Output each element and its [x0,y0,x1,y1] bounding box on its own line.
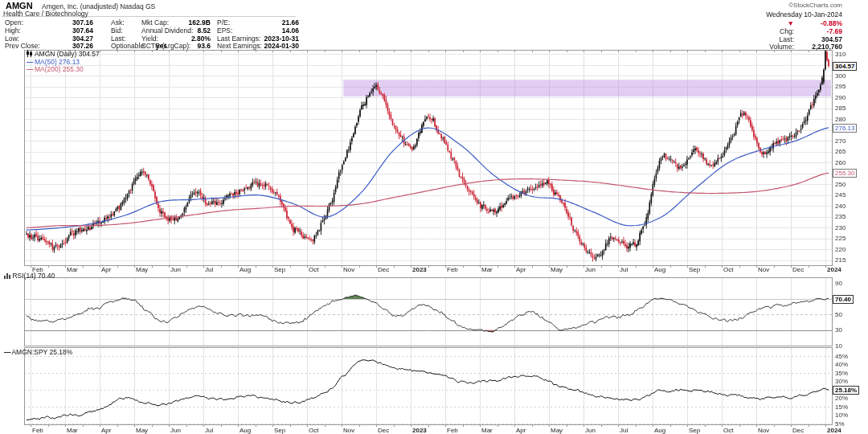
down-arrow-icon: ▼ [786,19,794,27]
quote-label: Ask: [111,18,125,27]
ratio-callout: 25.18% [833,386,859,395]
quote-value: 307.16 [29,18,93,27]
quote-value: 14.06 [235,27,299,35]
ma50-callout: 276.13 [833,124,857,133]
sector-industry: Health Care / Biotechnology [3,10,88,18]
main-chart-legend: AMGN (Daily) 304.57 [27,50,100,58]
quote-label: Open: [5,18,23,27]
candlestick-icon [27,50,33,57]
main-chart-title: AMGN (Daily) 304.57 [35,50,100,58]
change-row: Chg: -7.69 [747,27,842,35]
rsi-legend: RSI(14) 70.40 [4,272,55,280]
ratio-line-swatch: — [4,348,10,356]
last-label: Last: [780,35,794,43]
quote-value: 2024-01-30 [235,42,299,50]
ma200-legend: — MA(200) 255.30 [27,65,84,73]
stockcharts-watermark: ©StockCharts.com [707,2,842,9]
quote-date: Wednesday 10-Jan-2024 [707,10,842,18]
quote-value: 8.52 [146,27,211,35]
chg-label: Chg: [780,27,794,35]
quote-label: EPS: [217,27,232,35]
ratio-legend: — AMGN:SPY 25.18% [4,348,72,356]
quote-value: 304.27 [29,35,93,43]
price-chart-canvas [0,0,868,434]
ma200-line-swatch: — [27,65,33,73]
ratio-legend-text: AMGN:SPY 25.18% [11,348,72,356]
last-price-callout: 304.57 [833,62,857,71]
quote-label: Last: [111,35,125,43]
last-row: Last: 304.57 [747,35,842,43]
quote-value: 2.80% [146,35,211,43]
last-value: 304.57 [800,35,842,43]
volume-label: Volume: [769,43,794,51]
quote-label: Bid: [111,27,123,35]
quote-value: 2023-10-31 [235,35,299,43]
rsi-legend-text: RSI(14) 70.40 [12,272,55,280]
quote-value: 162.9B [146,18,211,27]
volume-row: Volume: 2,210,760 [747,43,842,51]
quote-label: P/E: [217,18,230,27]
stockcharts-chart-page: AMGN Amgen, Inc. (unadjusted) Nasdaq GS … [0,0,868,434]
rsi-callout: 70.40 [833,295,854,304]
quote-value: 21.66 [235,18,299,27]
percent-change-value: -0.88% [800,19,842,27]
ma200-legend-text: MA(200) 255.30 [35,65,84,73]
ma200-callout: 255.30 [833,169,857,178]
quote-label: Low: [5,35,19,43]
quote-value: 93.6 [146,42,211,50]
indicator-icon [4,272,10,279]
percent-change-row: ▼ -0.88% [747,19,842,27]
quote-value: 307.26 [29,42,93,50]
quote-label: High: [5,27,21,35]
quote-value: 307.64 [29,27,93,35]
chg-value: -7.69 [800,27,842,35]
volume-value: 2,210,760 [800,43,842,51]
